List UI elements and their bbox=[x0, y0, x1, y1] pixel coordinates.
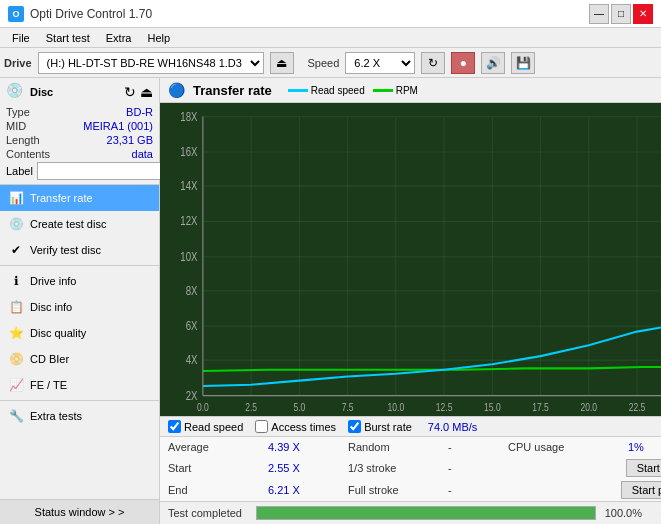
menu-start-test[interactable]: Start test bbox=[38, 30, 98, 46]
menu-extra[interactable]: Extra bbox=[98, 30, 140, 46]
svg-text:14X: 14X bbox=[180, 179, 198, 192]
status-window-label: Status window > > bbox=[35, 506, 125, 518]
nav-item-transfer-rate[interactable]: 📊 Transfer rate bbox=[0, 185, 159, 211]
disc-contents-row: Contents data bbox=[6, 148, 153, 160]
disc-quality-icon: ⭐ bbox=[8, 325, 24, 341]
svg-text:15.0: 15.0 bbox=[484, 401, 501, 413]
speed-select[interactable]: 6.2 X bbox=[345, 52, 415, 74]
nav-item-verify-test-disc[interactable]: ✔ Verify test disc bbox=[0, 237, 159, 263]
status-window-button[interactable]: Status window > > bbox=[0, 499, 159, 524]
extra-tests-icon: 🔧 bbox=[8, 408, 24, 424]
svg-text:7.5: 7.5 bbox=[342, 401, 354, 413]
progress-bar-fill bbox=[257, 507, 595, 519]
svg-text:17.5: 17.5 bbox=[532, 401, 549, 413]
checkbox-burst-rate[interactable]: Burst rate bbox=[348, 420, 412, 433]
full-stroke-label: Full stroke bbox=[348, 484, 448, 496]
sidebar: 💿 Disc ↻ ⏏ Type BD-R MID MEIRA1 (001) Le… bbox=[0, 78, 160, 524]
transfer-rate-icon: 📊 bbox=[8, 190, 24, 206]
drive-action-btn2[interactable]: 🔊 bbox=[481, 52, 505, 74]
nav-separator-1 bbox=[0, 265, 159, 266]
svg-text:10X: 10X bbox=[180, 250, 198, 263]
disc-mid-label: MID bbox=[6, 120, 26, 132]
svg-text:12X: 12X bbox=[180, 214, 198, 227]
nav-item-extra-tests[interactable]: 🔧 Extra tests bbox=[0, 403, 159, 429]
nav-item-disc-quality[interactable]: ⭐ Disc quality bbox=[0, 320, 159, 346]
access-times-checkbox-label: Access times bbox=[271, 421, 336, 433]
end-value: 6.21 X bbox=[268, 484, 348, 496]
status-text: Test completed bbox=[168, 507, 248, 519]
nav-transfer-rate-label: Transfer rate bbox=[30, 192, 93, 204]
fe-te-icon: 📈 bbox=[8, 377, 24, 393]
nav-verify-test-disc-label: Verify test disc bbox=[30, 244, 101, 256]
drive-action-btn1[interactable]: ● bbox=[451, 52, 475, 74]
checkbox-access-times[interactable]: Access times bbox=[255, 420, 336, 433]
titlebar-controls: — □ ✕ bbox=[589, 4, 653, 24]
nav-drive-info-label: Drive info bbox=[30, 275, 76, 287]
maximize-button[interactable]: □ bbox=[611, 4, 631, 24]
legend-read-speed: Read speed bbox=[288, 85, 365, 96]
end-label: End bbox=[168, 484, 268, 496]
burst-rate-value: 74.0 MB/s bbox=[428, 421, 478, 433]
access-times-checkbox[interactable] bbox=[255, 420, 268, 433]
nav-item-create-test-disc[interactable]: 💿 Create test disc bbox=[0, 211, 159, 237]
svg-text:8X: 8X bbox=[186, 284, 198, 297]
drive-action-btn3[interactable]: 💾 bbox=[511, 52, 535, 74]
eject-button[interactable]: ⏏ bbox=[270, 52, 294, 74]
disc-contents-label: Contents bbox=[6, 148, 50, 160]
stroke-1-3-value: - bbox=[448, 462, 508, 474]
progress-time: 00:03 bbox=[650, 507, 661, 519]
disc-panel-icon: 💿 bbox=[6, 82, 26, 102]
nav-item-drive-info[interactable]: ℹ Drive info bbox=[0, 268, 159, 294]
chart-title-icon: 🔵 bbox=[168, 82, 185, 98]
nav-item-disc-info[interactable]: 📋 Disc info bbox=[0, 294, 159, 320]
svg-text:0.0: 0.0 bbox=[197, 401, 209, 413]
progress-area: Test completed 100.0% 00:03 bbox=[160, 501, 661, 524]
start-part-button[interactable]: Start part bbox=[621, 481, 661, 499]
random-value: - bbox=[448, 441, 508, 453]
close-button[interactable]: ✕ bbox=[633, 4, 653, 24]
disc-type-label: Type bbox=[6, 106, 30, 118]
svg-text:6X: 6X bbox=[186, 319, 198, 332]
start-full-button[interactable]: Start full bbox=[626, 459, 661, 477]
svg-text:12.5: 12.5 bbox=[436, 401, 453, 413]
legend-read-speed-color bbox=[288, 89, 308, 92]
read-speed-checkbox[interactable] bbox=[168, 420, 181, 433]
app-icon: O bbox=[8, 6, 24, 22]
checkbox-read-speed[interactable]: Read speed bbox=[168, 420, 243, 433]
speed-label: Speed bbox=[308, 57, 340, 69]
nav-disc-info-label: Disc info bbox=[30, 301, 72, 313]
speed-refresh-button[interactable]: ↻ bbox=[421, 52, 445, 74]
nav-cd-bler-label: CD BIer bbox=[30, 353, 69, 365]
svg-text:2.5: 2.5 bbox=[245, 401, 257, 413]
disc-label-input[interactable] bbox=[37, 162, 170, 180]
random-label: Random bbox=[348, 441, 448, 453]
nav-disc-quality-label: Disc quality bbox=[30, 327, 86, 339]
read-speed-checkbox-label: Read speed bbox=[184, 421, 243, 433]
stats-end-row: End 6.21 X Full stroke - Start part bbox=[160, 479, 661, 501]
menubar: File Start test Extra Help bbox=[0, 28, 661, 48]
menu-help[interactable]: Help bbox=[139, 30, 178, 46]
menu-file[interactable]: File bbox=[4, 30, 38, 46]
legend-read-speed-label: Read speed bbox=[311, 85, 365, 96]
main-area: 💿 Disc ↻ ⏏ Type BD-R MID MEIRA1 (001) Le… bbox=[0, 78, 661, 524]
burst-rate-checkbox[interactable] bbox=[348, 420, 361, 433]
nav-item-fe-te[interactable]: 📈 FE / TE bbox=[0, 372, 159, 398]
drive-select[interactable]: (H:) HL-DT-ST BD-RE WH16NS48 1.D3 bbox=[38, 52, 264, 74]
minimize-button[interactable]: — bbox=[589, 4, 609, 24]
svg-text:18X: 18X bbox=[180, 110, 198, 123]
nav-item-cd-bler[interactable]: 📀 CD BIer bbox=[0, 346, 159, 372]
drive-label: Drive bbox=[4, 57, 32, 69]
disc-type-row: Type BD-R bbox=[6, 106, 153, 118]
drive-info-icon: ℹ bbox=[8, 273, 24, 289]
disc-mid-row: MID MEIRA1 (001) bbox=[6, 120, 153, 132]
burst-rate-checkbox-label: Burst rate bbox=[364, 421, 412, 433]
disc-refresh-icon[interactable]: ↻ bbox=[124, 84, 136, 100]
content-area: 🔵 Transfer rate Read speed RPM bbox=[160, 78, 661, 524]
average-label: Average bbox=[168, 441, 268, 453]
titlebar: O Opti Drive Control 1.70 — □ ✕ bbox=[0, 0, 661, 28]
disc-panel-header: 💿 Disc ↻ ⏏ bbox=[6, 82, 153, 102]
drivebar: Drive (H:) HL-DT-ST BD-RE WH16NS48 1.D3 … bbox=[0, 48, 661, 78]
disc-length-value: 23,31 GB bbox=[107, 134, 153, 146]
titlebar-left: O Opti Drive Control 1.70 bbox=[8, 6, 152, 22]
disc-eject-icon[interactable]: ⏏ bbox=[140, 84, 153, 100]
